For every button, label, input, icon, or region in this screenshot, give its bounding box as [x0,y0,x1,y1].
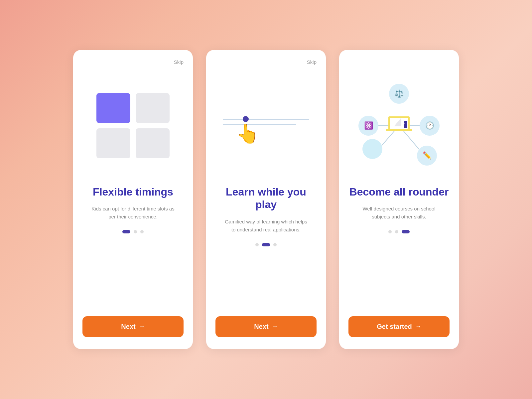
onboarding-card-1: Skip Flexible timings Kids can opt for d… [73,50,193,349]
touch-illustration: 👆 [223,119,309,133]
arrow-icon-3: → [415,323,421,330]
card-desc-2: Gamified way of learning which helps to … [223,218,309,234]
illustration-flexible-timings [82,72,184,179]
dot-1-3 [140,230,144,233]
orbit-node-atom: ⚛️ [358,116,378,136]
dots-indicator-1 [122,230,144,233]
dot-2-active [262,243,270,246]
card-desc-3: Well designed courses on school subjects… [356,205,442,221]
touch-line-2 [223,124,296,125]
next-label-1: Next [121,323,135,331]
square-light-1 [136,93,170,123]
touch-lines [223,119,309,125]
laptop-svg [382,112,416,139]
onboarding-card-3: ⚖️ ⚛️ 🕐 ✏️ Become all rounder Well desig… [339,50,459,349]
onboarding-card-2: Skip 👆 Learn while you play Gamified way… [206,50,326,349]
laptop-illustration [381,111,417,141]
finger-icon: 👆 [236,123,259,145]
illustration-learn-play: 👆 [215,72,317,179]
dot-3-1 [388,230,392,233]
touch-line-1 [223,119,309,120]
get-started-button[interactable]: Get started → [348,316,450,337]
next-button-2[interactable]: Next → [215,316,317,337]
arrow-icon-1: → [139,323,145,330]
card-title-1: Flexible timings [93,186,173,198]
dots-indicator-2 [255,243,277,246]
dots-indicator-3 [388,230,410,233]
finger-dot [243,116,249,122]
network-illustration: ⚖️ ⚛️ 🕐 ✏️ [356,82,442,169]
get-started-label: Get started [377,323,412,331]
dot-2-1 [255,243,259,246]
orbit-node-empty [362,139,382,159]
grid-squares-illustration [96,93,170,158]
orbit-node-clock: 🕐 [420,116,440,136]
dot-1-2 [134,230,137,233]
card-title-3: Become all rounder [349,186,449,198]
orbit-node-pencil: ✏️ [417,146,437,166]
illustration-all-rounder: ⚖️ ⚛️ 🕐 ✏️ [348,72,450,179]
dot-3-active [402,230,410,233]
card-desc-1: Kids can opt for diiferent time slots as… [90,205,176,221]
dot-2-3 [273,243,277,246]
arrow-icon-2: → [272,323,278,330]
square-light-3 [136,128,170,158]
dot-1-active [122,230,130,233]
next-button-1[interactable]: Next → [82,316,184,337]
text-area-2: Learn while you play Gamified way of lea… [215,179,317,316]
svg-point-9 [404,121,407,124]
square-light-2 [96,128,130,158]
skip-button-1[interactable]: Skip [174,59,184,65]
text-area-1: Flexible timings Kids can opt for diifer… [90,179,176,316]
next-label-2: Next [254,323,268,331]
square-purple [96,93,130,123]
text-area-3: Become all rounder Well designed courses… [349,179,449,316]
dot-3-2 [395,230,398,233]
skip-button-2[interactable]: Skip [307,59,317,65]
card-title-2: Learn while you play [215,186,317,211]
svg-rect-10 [404,124,407,128]
orbit-node-balance: ⚖️ [389,84,409,104]
